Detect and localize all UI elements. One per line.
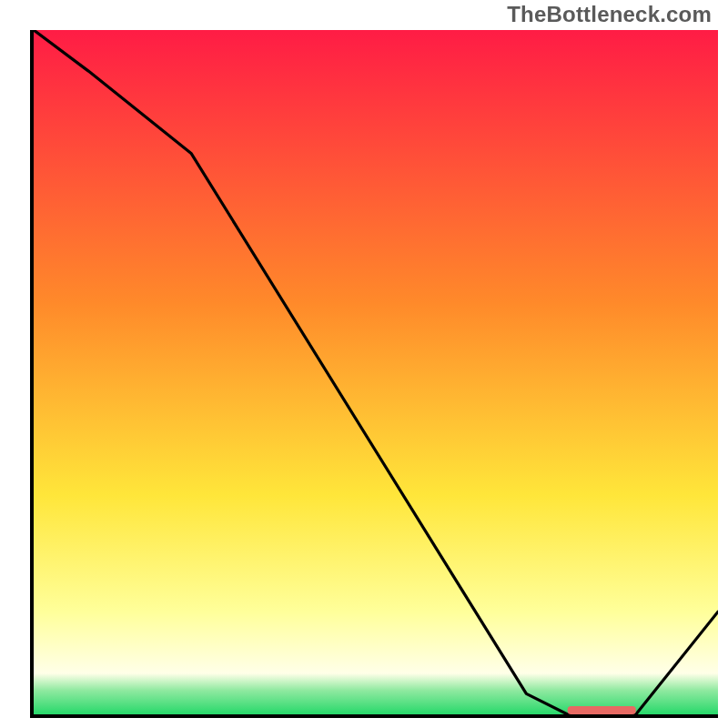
chart-frame: TheBottleneck.com bbox=[0, 0, 728, 728]
plot-area bbox=[30, 30, 718, 718]
optimal-marker bbox=[34, 30, 718, 714]
svg-rect-1 bbox=[568, 706, 636, 714]
watermark-text: TheBottleneck.com bbox=[507, 2, 712, 27]
